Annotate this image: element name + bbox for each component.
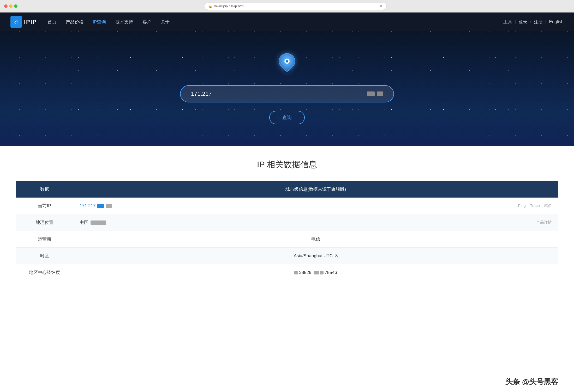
nav-register[interactable]: 注册 — [534, 19, 543, 25]
browser-chrome: 🔒 www.ipip.net/ip.html × — [0, 0, 574, 13]
hero-section: 查询 — [0, 31, 574, 146]
timezone-value: Asia/Shanghai UTC+8 — [294, 253, 338, 258]
nav-customers[interactable]: 客户 — [142, 19, 151, 25]
table-row: 时区 Asia/Shanghai UTC+8 — [16, 248, 558, 264]
ip-action-links: Ping Trace 域名 — [518, 203, 552, 208]
row-value-timezone: Asia/Shanghai UTC+8 — [73, 248, 558, 264]
close-tab-button[interactable]: × — [380, 4, 382, 9]
row-value-coordinates: 38529, 75546 — [73, 264, 558, 281]
domain-link[interactable]: 域名 — [544, 203, 552, 208]
nav-right: 工具 | 登录 / 注册 | English — [503, 19, 564, 25]
ip-address-link[interactable]: 171.217 — [80, 203, 95, 209]
coord-blurred-3 — [320, 271, 324, 274]
ip-blurred-part2 — [106, 204, 112, 208]
nav-links: 首页 产品价格 IP查询 技术支持 客户 关于 — [47, 19, 503, 25]
location-action-links: 产品详情 — [536, 220, 552, 225]
close-window-button[interactable] — [4, 4, 8, 8]
product-detail-link[interactable]: 产品详情 — [536, 220, 552, 225]
window-controls — [4, 4, 17, 8]
coord-part2: 75546 — [325, 270, 337, 275]
row-label-location: 地理位置 — [16, 214, 73, 231]
nav-english[interactable]: English — [549, 19, 564, 24]
location-blurred — [91, 220, 106, 225]
lock-icon: 🔒 — [208, 4, 212, 8]
minimize-window-button[interactable] — [9, 4, 13, 8]
row-value-location: 中国 产品详情 — [73, 214, 558, 231]
nav-tools[interactable]: 工具 — [503, 19, 512, 25]
table-row: 运营商 电信 — [16, 231, 558, 248]
logo-text: IPIP — [24, 19, 37, 25]
isp-value: 电信 — [311, 237, 320, 242]
row-label-timezone: 时区 — [16, 248, 73, 264]
nav-home[interactable]: 首页 — [47, 19, 56, 25]
table-header-col2: 城市级信息(数据来源于旗舰版) — [73, 181, 558, 198]
search-blurred-2 — [377, 91, 383, 96]
table-header-col1: 数据 — [16, 181, 73, 198]
separator-2: / — [530, 19, 531, 24]
nav-pricing[interactable]: 产品价格 — [66, 19, 83, 25]
nav-login[interactable]: 登录 — [518, 19, 527, 25]
logo-icon — [10, 16, 22, 28]
logo[interactable]: IPIP — [10, 16, 37, 28]
section-title: IP 相关数据信息 — [16, 159, 558, 170]
row-value-isp: 电信 — [73, 231, 558, 248]
row-label-isp: 运营商 — [16, 231, 73, 248]
search-button[interactable]: 查询 — [269, 111, 305, 124]
ip-data-table: 数据 城市级信息(数据来源于旗舰版) 当前IP 171.217 Ping — [16, 181, 558, 281]
url-text: www.ipip.net/ip.html — [214, 4, 244, 8]
table-row: 地区中心经纬度 38529, 75546 — [16, 264, 558, 281]
trace-link[interactable]: Trace — [530, 203, 540, 208]
separator-3: | — [545, 19, 546, 24]
maximize-window-button[interactable] — [14, 4, 17, 8]
nav-ip-query[interactable]: IP查询 — [93, 19, 106, 25]
table-row: 地理位置 中国 产品详情 — [16, 214, 558, 231]
address-bar[interactable]: 🔒 www.ipip.net/ip.html × — [204, 3, 387, 10]
row-value-current-ip: 171.217 Ping Trace 域名 — [73, 198, 558, 214]
row-label-coordinates: 地区中心经纬度 — [16, 264, 73, 281]
coord-blurred-1 — [294, 271, 298, 274]
search-blurred-1 — [367, 91, 375, 96]
main-nav: IPIP 首页 产品价格 IP查询 技术支持 客户 关于 工具 | 登录 / 注… — [0, 13, 574, 31]
search-input[interactable] — [191, 90, 366, 97]
nav-tech-support[interactable]: 技术支持 — [115, 19, 133, 25]
separator-1: | — [515, 19, 516, 24]
nav-about[interactable]: 关于 — [161, 19, 170, 25]
location-pin-icon — [278, 53, 296, 77]
coord-part1: 38529, — [299, 270, 313, 275]
location-country: 中国 — [80, 219, 88, 225]
search-box — [180, 85, 394, 102]
row-label-current-ip: 当前IP — [16, 198, 73, 214]
ip-blurred-part1 — [97, 204, 104, 208]
ping-link[interactable]: Ping — [518, 203, 526, 208]
main-content: IP 相关数据信息 数据 城市级信息(数据来源于旗舰版) 当前IP 171.21… — [0, 146, 574, 294]
coord-blurred-2 — [314, 271, 319, 274]
svg-point-3 — [286, 61, 288, 62]
table-row: 当前IP 171.217 Ping Trace 域名 — [16, 198, 558, 214]
